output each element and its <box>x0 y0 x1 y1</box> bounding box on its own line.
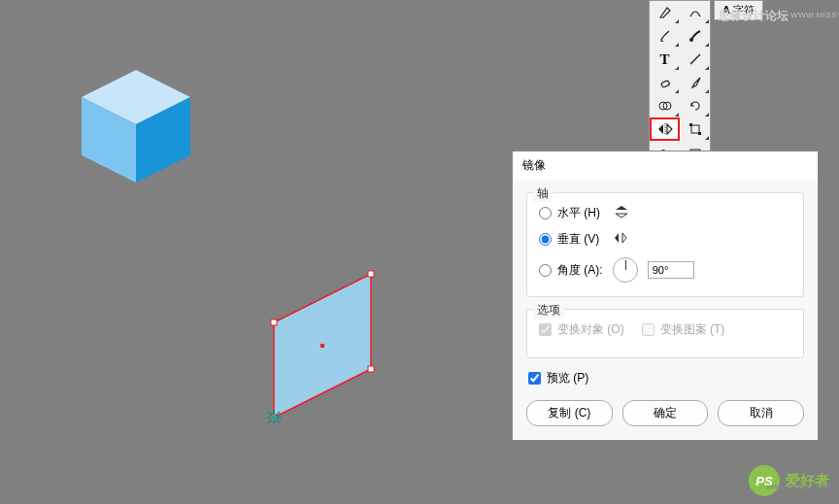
axis-vertical-label[interactable]: 垂直 (V) <box>557 231 599 248</box>
svg-rect-19 <box>691 125 699 133</box>
transform-patterns-checkbox <box>642 323 654 336</box>
axis-angle-label[interactable]: 角度 (A): <box>557 262 603 279</box>
watermark-forum-text: 思缘设计论坛 <box>719 8 789 24</box>
rotate-tool-icon[interactable] <box>680 94 710 118</box>
axis-horizontal-label[interactable]: 水平 (H) <box>557 205 600 221</box>
transform-patterns-label: 变换图案 (T) <box>660 321 725 338</box>
axis-legend: 轴 <box>533 185 553 202</box>
tools-panel: T <box>649 0 711 157</box>
preview-checkbox[interactable] <box>528 372 541 385</box>
transform-objects-checkbox <box>539 323 552 336</box>
free-transform-tool-icon[interactable] <box>680 118 710 141</box>
eraser-tool-icon[interactable] <box>650 71 680 94</box>
blob-brush-tool-icon[interactable] <box>680 24 710 48</box>
cube-shape <box>0 0 291 252</box>
axis-group: 轴 水平 (H) 垂直 (V) 角度 (A): <box>526 192 804 297</box>
svg-point-13 <box>689 38 693 42</box>
flip-horizontal-icon <box>614 205 629 221</box>
watermark-forum-url: WWW.MISSYUAN.COM <box>790 11 839 19</box>
angle-knob[interactable] <box>613 257 638 283</box>
axis-horizontal-radio[interactable] <box>539 207 552 219</box>
reflect-dialog: 镜像 轴 水平 (H) 垂直 (V) 角度 (A): <box>512 151 819 441</box>
svg-rect-4 <box>271 319 277 325</box>
selected-parallelogram[interactable] <box>252 252 466 466</box>
svg-rect-21 <box>698 132 701 135</box>
transform-objects-label: 变换对象 (O) <box>557 321 624 338</box>
line-segment-tool-icon[interactable] <box>680 48 710 71</box>
flip-vertical-icon <box>613 231 628 248</box>
type-tool-icon[interactable]: T <box>650 48 680 71</box>
cancel-button[interactable]: 取消 <box>718 400 804 426</box>
shape-builder-tool-icon[interactable] <box>650 94 680 118</box>
svg-rect-15 <box>660 80 669 87</box>
curvature-tool-icon[interactable] <box>680 1 710 24</box>
dialog-title: 镜像 <box>513 151 818 181</box>
svg-line-14 <box>690 54 700 64</box>
angle-input[interactable] <box>648 261 694 279</box>
ok-button[interactable]: 确定 <box>622 400 709 426</box>
ps-url: www.psahz.com <box>766 482 829 491</box>
copy-button[interactable]: 复制 (C) <box>526 400 613 426</box>
svg-rect-20 <box>689 123 692 126</box>
ps-watermark: PS 爱好者 www.psahz.com <box>749 465 829 496</box>
brush-tool-icon[interactable] <box>650 24 680 48</box>
options-legend: 选项 <box>533 302 564 319</box>
svg-rect-8 <box>320 344 324 348</box>
preview-label[interactable]: 预览 (P) <box>547 370 588 386</box>
svg-rect-5 <box>368 271 374 277</box>
paintbrush-tool-icon[interactable] <box>680 71 710 94</box>
pen-tool-icon[interactable] <box>650 1 680 24</box>
axis-angle-radio[interactable] <box>539 264 552 277</box>
svg-rect-6 <box>368 366 374 372</box>
axis-vertical-radio[interactable] <box>539 233 552 246</box>
reflect-tool-icon[interactable] <box>650 118 680 141</box>
options-group: 选项 变换对象 (O) 变换图案 (T) <box>526 309 804 358</box>
